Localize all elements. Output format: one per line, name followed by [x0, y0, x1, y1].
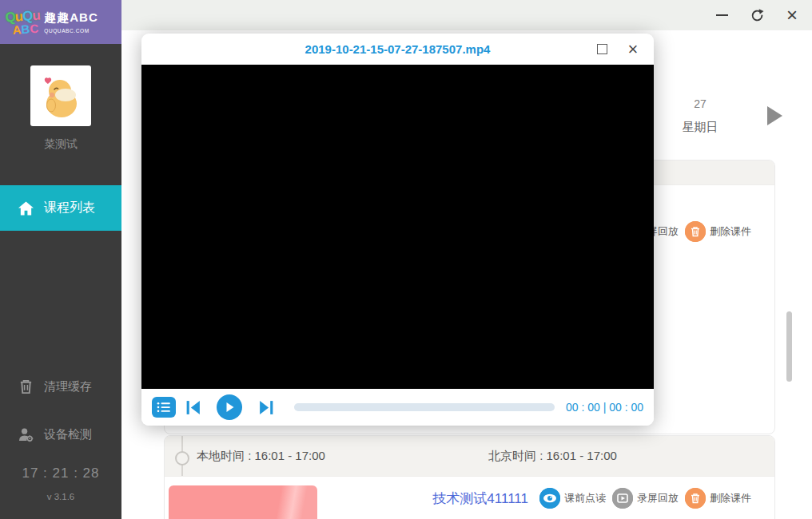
screen-replay-button[interactable]: 录屏回放 [612, 488, 679, 509]
beijing-time-label: 北京时间 : 16:01 - 17:00 [488, 449, 617, 464]
sidebar-item-clear-cache[interactable]: 清理缓存 [0, 370, 121, 402]
brand-domain: QUQUABC.COM [44, 28, 98, 34]
app-version: v 3.1.6 [0, 492, 121, 501]
player-controls: 00 : 00 | 00 : 00 [141, 389, 654, 426]
time-display: 00 : 00 | 00 : 00 [566, 401, 643, 414]
minimize-button[interactable] [710, 3, 734, 27]
delete-courseware-label: 删除课件 [710, 491, 751, 505]
progress-bar[interactable] [294, 403, 555, 411]
duck-avatar-icon [35, 70, 86, 121]
previous-icon [185, 399, 201, 416]
delete-courseware-label: 删除课件 [710, 224, 751, 239]
brand-name: 趣趣ABC [44, 10, 98, 26]
play-button[interactable] [217, 394, 242, 420]
person-gear-icon [18, 427, 34, 442]
course-card: 本地时间 : 16:01 - 17:00 北京时间 : 16:01 - 17:0… [164, 435, 775, 519]
sidebar-item-device-check[interactable]: 设备检测 [0, 418, 121, 450]
course-title: 技术测试411111 [432, 489, 528, 508]
preview-button[interactable]: 课前点读 [539, 488, 606, 509]
minimize-icon [716, 14, 728, 16]
modal-controls: × [593, 34, 642, 65]
video-player-modal: 2019-10-21-15-07-27-187507.mp4 × [141, 34, 654, 426]
playlist-button[interactable] [152, 397, 176, 418]
video-display[interactable] [141, 65, 654, 389]
sidebar-item-label: 课程列表 [44, 200, 95, 216]
date-weekday: 星期日 [675, 120, 725, 135]
next-button[interactable] [258, 399, 275, 416]
refresh-icon [750, 8, 765, 23]
delete-courseware-button[interactable]: 删除课件 [685, 221, 751, 242]
close-window-button[interactable]: × [780, 3, 804, 27]
date-day: 27 [675, 97, 725, 110]
app-window: × 27 星期日 课前点读 [0, 0, 812, 519]
window-controls: × [710, 0, 804, 30]
maximize-icon [597, 44, 607, 54]
screen-play-icon [612, 488, 633, 509]
app-logo: QuQu ABC 趣趣ABC QUQUABC.COM [0, 0, 121, 44]
scrollbar-thumb[interactable] [786, 311, 792, 382]
username: 菜测试 [0, 137, 121, 152]
sidebar: QuQu ABC 趣趣ABC QUQUABC.COM 菜测试 [0, 0, 121, 519]
close-icon: × [786, 6, 798, 25]
course-action-row: 技术测试411111 课前点读 [432, 487, 751, 509]
local-time-label: 本地时间 : 16:01 - 17:00 [197, 449, 325, 464]
next-icon [258, 399, 275, 416]
playlist-icon [157, 402, 171, 413]
window-titlebar: × [0, 0, 812, 30]
close-modal-button[interactable]: × [624, 41, 642, 58]
trash-icon [685, 221, 706, 242]
brand-logo-icon: QuQu ABC [5, 8, 41, 36]
maximize-button[interactable] [593, 41, 611, 58]
course-cover-image [169, 485, 317, 519]
sidebar-clock: 17 : 21 : 28 [0, 466, 121, 481]
trash-icon [685, 488, 706, 509]
home-icon [18, 201, 34, 216]
preview-label: 课前点读 [564, 491, 606, 505]
course-card-time-header: 本地时间 : 16:01 - 17:00 北京时间 : 16:01 - 17:0… [165, 436, 774, 477]
play-icon [224, 402, 235, 413]
previous-button[interactable] [185, 399, 201, 416]
screen-replay-label: 录屏回放 [637, 491, 679, 505]
sidebar-item-course-list[interactable]: 课程列表 [0, 185, 121, 231]
close-icon: × [628, 41, 639, 58]
avatar [30, 65, 91, 126]
sidebar-item-label: 清理缓存 [44, 379, 92, 394]
expand-arrow-icon[interactable] [767, 106, 782, 125]
sidebar-item-label: 设备检测 [44, 427, 92, 442]
delete-courseware-button[interactable]: 删除课件 [685, 488, 751, 509]
modal-header: 2019-10-21-15-07-27-187507.mp4 × [141, 34, 654, 65]
video-filename: 2019-10-21-15-07-27-187507.mp4 [305, 42, 491, 56]
timeline-dot-icon [175, 451, 189, 466]
refresh-button[interactable] [745, 3, 769, 27]
trash-icon [18, 378, 34, 394]
eye-icon [539, 488, 560, 509]
